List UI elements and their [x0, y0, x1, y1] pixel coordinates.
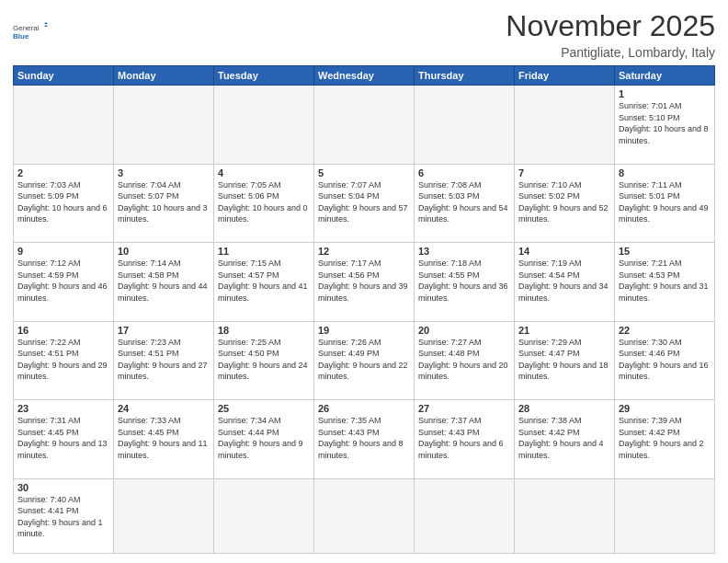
day-info: Sunrise: 7:21 AM Sunset: 4:53 PM Dayligh…: [619, 258, 711, 304]
table-row: [415, 478, 515, 553]
table-row: 16Sunrise: 7:22 AM Sunset: 4:51 PM Dayli…: [14, 321, 114, 400]
day-info: Sunrise: 7:11 AM Sunset: 5:01 PM Dayligh…: [619, 179, 711, 225]
day-info: Sunrise: 7:17 AM Sunset: 4:56 PM Dayligh…: [318, 258, 410, 304]
table-row: 1Sunrise: 7:01 AM Sunset: 5:10 PM Daylig…: [615, 86, 715, 165]
day-number: 30: [17, 482, 109, 493]
day-number: 14: [518, 246, 610, 257]
page: General Blue November 2025 Pantigliate, …: [0, 0, 728, 563]
day-info: Sunrise: 7:19 AM Sunset: 4:54 PM Dayligh…: [518, 258, 610, 304]
day-number: 1: [619, 88, 711, 99]
table-row: 17Sunrise: 7:23 AM Sunset: 4:51 PM Dayli…: [114, 321, 214, 400]
day-info: Sunrise: 7:04 AM Sunset: 5:07 PM Dayligh…: [118, 179, 210, 225]
table-row: 26Sunrise: 7:35 AM Sunset: 4:43 PM Dayli…: [314, 400, 415, 479]
table-row: 13Sunrise: 7:18 AM Sunset: 4:55 PM Dayli…: [415, 243, 515, 322]
day-info: Sunrise: 7:37 AM Sunset: 4:43 PM Dayligh…: [418, 415, 510, 461]
day-info: Sunrise: 7:34 AM Sunset: 4:44 PM Dayligh…: [218, 415, 310, 461]
day-number: 29: [619, 403, 711, 414]
day-info: Sunrise: 7:10 AM Sunset: 5:02 PM Dayligh…: [518, 179, 610, 225]
table-row: [114, 478, 214, 553]
day-info: Sunrise: 7:27 AM Sunset: 4:48 PM Dayligh…: [418, 337, 510, 383]
day-info: Sunrise: 7:30 AM Sunset: 4:46 PM Dayligh…: [619, 337, 711, 383]
col-friday: Friday: [515, 66, 615, 86]
col-saturday: Saturday: [615, 66, 715, 86]
table-row: 5Sunrise: 7:07 AM Sunset: 5:04 PM Daylig…: [314, 164, 415, 243]
day-number: 20: [418, 325, 510, 336]
table-row: 3Sunrise: 7:04 AM Sunset: 5:07 PM Daylig…: [114, 164, 214, 243]
table-row: 23Sunrise: 7:31 AM Sunset: 4:45 PM Dayli…: [14, 400, 114, 479]
day-number: 17: [118, 325, 210, 336]
day-number: 11: [218, 246, 310, 257]
calendar-header-row: Sunday Monday Tuesday Wednesday Thursday…: [14, 66, 715, 86]
day-number: 16: [17, 325, 109, 336]
table-row: [14, 86, 114, 165]
day-number: 4: [218, 167, 310, 178]
day-info: Sunrise: 7:22 AM Sunset: 4:51 PM Dayligh…: [17, 337, 109, 383]
table-row: 18Sunrise: 7:25 AM Sunset: 4:50 PM Dayli…: [214, 321, 314, 400]
calendar: Sunday Monday Tuesday Wednesday Thursday…: [13, 65, 715, 554]
day-number: 27: [418, 403, 510, 414]
day-number: 28: [518, 403, 610, 414]
table-row: 2Sunrise: 7:03 AM Sunset: 5:09 PM Daylig…: [14, 164, 114, 243]
table-row: [114, 86, 214, 165]
day-number: 2: [17, 167, 109, 178]
table-row: 8Sunrise: 7:11 AM Sunset: 5:01 PM Daylig…: [615, 164, 715, 243]
logo: General Blue: [13, 13, 50, 50]
day-info: Sunrise: 7:29 AM Sunset: 4:47 PM Dayligh…: [518, 337, 610, 383]
day-number: 10: [118, 246, 210, 257]
table-row: 25Sunrise: 7:34 AM Sunset: 4:44 PM Dayli…: [214, 400, 314, 479]
day-number: 3: [118, 167, 210, 178]
col-monday: Monday: [114, 66, 214, 86]
day-info: Sunrise: 7:14 AM Sunset: 4:58 PM Dayligh…: [118, 258, 210, 304]
table-row: 12Sunrise: 7:17 AM Sunset: 4:56 PM Dayli…: [314, 243, 415, 322]
table-row: 14Sunrise: 7:19 AM Sunset: 4:54 PM Dayli…: [515, 243, 615, 322]
day-number: 9: [17, 246, 109, 257]
table-row: [214, 86, 314, 165]
table-row: 24Sunrise: 7:33 AM Sunset: 4:45 PM Dayli…: [114, 400, 214, 479]
day-number: 19: [318, 325, 410, 336]
day-number: 8: [619, 167, 711, 178]
table-row: [314, 478, 415, 553]
table-row: [615, 478, 715, 553]
table-row: 15Sunrise: 7:21 AM Sunset: 4:53 PM Dayli…: [615, 243, 715, 322]
day-number: 23: [17, 403, 109, 414]
title-block: November 2025 Pantigliate, Lombardy, Ita…: [506, 9, 715, 60]
table-row: [515, 478, 615, 553]
day-info: Sunrise: 7:26 AM Sunset: 4:49 PM Dayligh…: [318, 337, 410, 383]
table-row: 29Sunrise: 7:39 AM Sunset: 4:42 PM Dayli…: [615, 400, 715, 479]
location-subtitle: Pantigliate, Lombardy, Italy: [506, 45, 715, 60]
table-row: 10Sunrise: 7:14 AM Sunset: 4:58 PM Dayli…: [114, 243, 214, 322]
day-info: Sunrise: 7:38 AM Sunset: 4:42 PM Dayligh…: [518, 415, 610, 461]
day-number: 18: [218, 325, 310, 336]
day-info: Sunrise: 7:25 AM Sunset: 4:50 PM Dayligh…: [218, 337, 310, 383]
table-row: 30Sunrise: 7:40 AM Sunset: 4:41 PM Dayli…: [14, 478, 114, 553]
col-thursday: Thursday: [415, 66, 515, 86]
day-info: Sunrise: 7:07 AM Sunset: 5:04 PM Dayligh…: [318, 179, 410, 225]
col-wednesday: Wednesday: [314, 66, 415, 86]
table-row: 22Sunrise: 7:30 AM Sunset: 4:46 PM Dayli…: [615, 321, 715, 400]
table-row: 7Sunrise: 7:10 AM Sunset: 5:02 PM Daylig…: [515, 164, 615, 243]
table-row: 27Sunrise: 7:37 AM Sunset: 4:43 PM Dayli…: [415, 400, 515, 479]
day-number: 22: [619, 325, 711, 336]
svg-text:Blue: Blue: [13, 32, 29, 40]
day-info: Sunrise: 7:39 AM Sunset: 4:42 PM Dayligh…: [619, 415, 711, 461]
day-info: Sunrise: 7:08 AM Sunset: 5:03 PM Dayligh…: [418, 179, 510, 225]
svg-marker-3: [44, 25, 48, 27]
day-number: 6: [418, 167, 510, 178]
day-info: Sunrise: 7:33 AM Sunset: 4:45 PM Dayligh…: [118, 415, 210, 461]
col-sunday: Sunday: [14, 66, 114, 86]
table-row: 21Sunrise: 7:29 AM Sunset: 4:47 PM Dayli…: [515, 321, 615, 400]
col-tuesday: Tuesday: [214, 66, 314, 86]
table-row: 19Sunrise: 7:26 AM Sunset: 4:49 PM Dayli…: [314, 321, 415, 400]
day-info: Sunrise: 7:01 AM Sunset: 5:10 PM Dayligh…: [619, 100, 711, 146]
table-row: 6Sunrise: 7:08 AM Sunset: 5:03 PM Daylig…: [415, 164, 515, 243]
day-number: 15: [619, 246, 711, 257]
day-number: 7: [518, 167, 610, 178]
day-info: Sunrise: 7:15 AM Sunset: 4:57 PM Dayligh…: [218, 258, 310, 304]
day-number: 12: [318, 246, 410, 257]
day-info: Sunrise: 7:40 AM Sunset: 4:41 PM Dayligh…: [17, 494, 109, 540]
table-row: 11Sunrise: 7:15 AM Sunset: 4:57 PM Dayli…: [214, 243, 314, 322]
table-row: [515, 86, 615, 165]
table-row: 28Sunrise: 7:38 AM Sunset: 4:42 PM Dayli…: [515, 400, 615, 479]
day-number: 25: [218, 403, 310, 414]
table-row: [314, 86, 415, 165]
